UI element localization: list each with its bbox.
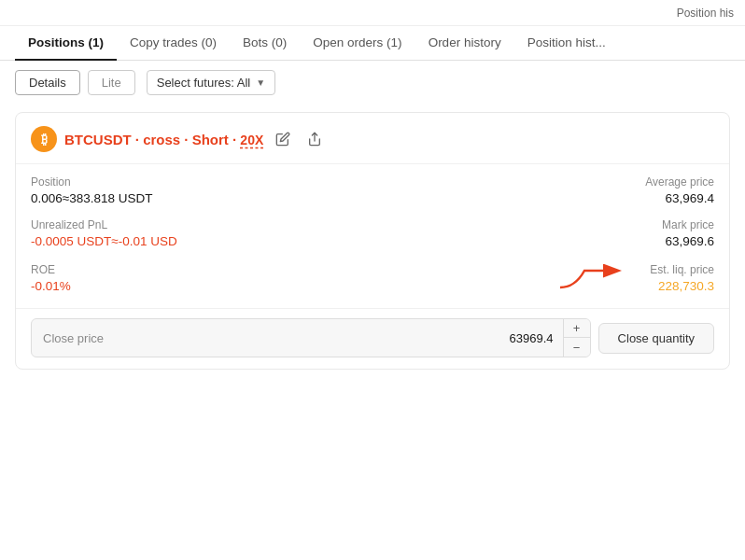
close-quantity-button[interactable]: Close quantity [598, 323, 714, 354]
mark-price-value: 63,969.6 [662, 234, 714, 248]
stats-row-position: Position 0.006≈383.818 USDT Average pric… [31, 175, 714, 205]
mark-price-label: Mark price [662, 218, 714, 231]
stepper-decrement-button[interactable]: − [564, 338, 590, 357]
arrow-area [331, 261, 651, 295]
toolbar: Details Lite Select futures: All ▼ [0, 61, 745, 105]
close-price-value: 63969.4 [500, 324, 563, 353]
roe-value: -0.01% [31, 279, 331, 293]
average-price-label: Average price [645, 175, 714, 189]
unrealized-pnl-label: Unrealized PnL [31, 218, 662, 231]
position-label: Position [31, 175, 645, 189]
unrealized-pnl-stat: Unrealized PnL -0.0005 USDT≈-0.01 USD [31, 218, 662, 248]
tab-positions[interactable]: Positions (1) [15, 26, 117, 61]
position-title: BTCUSDT · cross · Short · 20X [64, 132, 263, 147]
share-icon[interactable] [302, 127, 327, 151]
close-price-label: Close price [32, 324, 500, 353]
tab-bots[interactable]: Bots (0) [230, 26, 300, 61]
unrealized-pnl-value: -0.0005 USDT≈-0.01 USD [31, 234, 662, 248]
btc-icon: ₿ [31, 126, 57, 152]
close-price-stepper: + − [563, 319, 590, 357]
card-title: BTCUSDT · cross · Short · 20X [64, 132, 263, 147]
tab-order-history[interactable]: Order history [415, 26, 514, 61]
select-futures-dropdown[interactable]: Select futures: All ▼ [147, 70, 275, 95]
tab-copy-trades[interactable]: Copy trades (0) [117, 26, 230, 61]
nav-tabs: Positions (1) Copy trades (0) Bots (0) O… [0, 26, 745, 61]
average-price-stat: Average price 63,969.4 [645, 175, 714, 205]
close-section: Close price 63969.4 + − Close quantity [16, 308, 729, 369]
chevron-down-icon: ▼ [256, 77, 265, 88]
edit-icon[interactable] [271, 127, 295, 151]
leverage-badge: 20X [240, 133, 263, 147]
lite-button[interactable]: Lite [88, 70, 135, 95]
est-liq-label: Est. liq. price [650, 263, 714, 276]
stats-row-pnl: Unrealized PnL -0.0005 USDT≈-0.01 USD Ma… [31, 218, 714, 248]
select-futures-label: Select futures: All [157, 76, 250, 90]
roe-label: ROE [31, 263, 331, 276]
top-hint-bar: Position his [0, 0, 745, 26]
position-symbol: BTCUSDT · cross · Short · [64, 132, 240, 147]
stats-row-roe: ROE -0.01% Est. liq. price [31, 261, 714, 295]
tab-open-orders[interactable]: Open orders (1) [300, 26, 415, 61]
position-value: 0.006≈383.818 USDT [31, 191, 645, 205]
top-hint-text: Position his [677, 7, 734, 20]
roe-stat: ROE -0.01% [31, 263, 331, 293]
card-header: ₿ BTCUSDT · cross · Short · 20X [16, 113, 729, 164]
mark-price-stat: Mark price 63,969.6 [662, 218, 714, 248]
red-arrow-icon [556, 261, 631, 295]
est-liq-value: 228,730.3 [650, 279, 714, 293]
details-button[interactable]: Details [15, 70, 80, 95]
stepper-increment-button[interactable]: + [564, 319, 590, 338]
est-liq-stat: Est. liq. price 228,730.3 [650, 263, 714, 293]
card-body: Position 0.006≈383.818 USDT Average pric… [16, 164, 729, 295]
tab-position-history[interactable]: Position hist... [514, 26, 619, 61]
position-card: ₿ BTCUSDT · cross · Short · 20X Positio [15, 112, 730, 370]
position-stat: Position 0.006≈383.818 USDT [31, 175, 645, 205]
close-price-container: Close price 63969.4 + − [31, 318, 591, 357]
average-price-value: 63,969.4 [645, 191, 714, 205]
